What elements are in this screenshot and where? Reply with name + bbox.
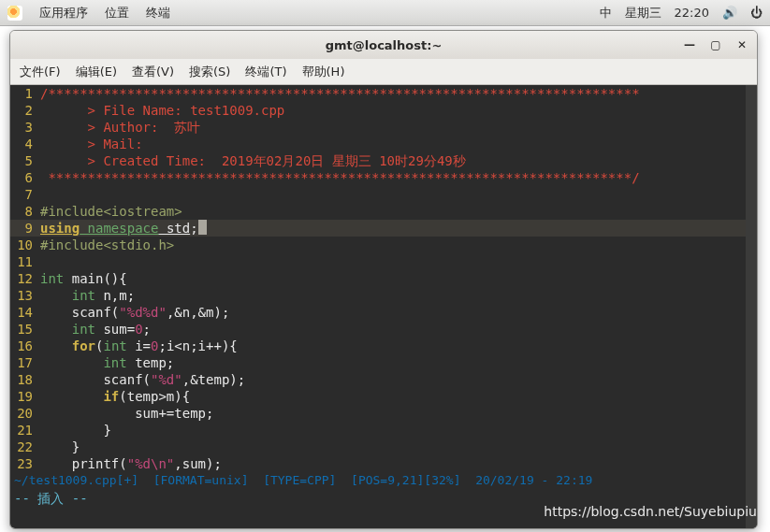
- scrollbar[interactable]: [746, 85, 757, 528]
- terminal-window: gmt@localhost:~ — ▢ ✕ 文件(F) 编辑(E) 查看(V) …: [9, 30, 758, 529]
- close-button[interactable]: ✕: [733, 36, 751, 54]
- panel-terminal[interactable]: 终端: [146, 5, 170, 22]
- minimize-button[interactable]: —: [680, 36, 699, 54]
- terminal-menubar: 文件(F) 编辑(E) 查看(V) 搜索(S) 终端(T) 帮助(H): [10, 59, 757, 85]
- activities-icon[interactable]: [7, 6, 22, 21]
- text-cursor: [198, 220, 207, 235]
- menu-file[interactable]: 文件(F): [20, 64, 61, 80]
- menu-terminal[interactable]: 终端(T): [245, 64, 286, 80]
- clock-day: 星期三: [625, 5, 661, 22]
- vim-editor-area[interactable]: 1/**************************************…: [10, 85, 757, 528]
- power-icon[interactable]: ⏻: [750, 6, 763, 20]
- menu-search[interactable]: 搜索(S): [189, 64, 230, 80]
- vim-statusline: ~/test1009.cpp[+] [FORMAT=unix] [TYPE=CP…: [10, 472, 757, 489]
- panel-places[interactable]: 位置: [105, 5, 129, 22]
- volume-icon[interactable]: 🔊: [722, 6, 737, 20]
- maximize-button[interactable]: ▢: [706, 36, 725, 54]
- gnome-top-panel: 应用程序 位置 终端 中 星期三 22:20 🔊 ⏻: [0, 0, 770, 26]
- panel-applications[interactable]: 应用程序: [39, 5, 88, 22]
- window-titlebar[interactable]: gmt@localhost:~ — ▢ ✕: [10, 31, 757, 59]
- clock-time: 22:20: [675, 6, 709, 20]
- menu-help[interactable]: 帮助(H): [302, 64, 345, 80]
- window-title: gmt@localhost:~: [326, 38, 443, 52]
- menu-edit[interactable]: 编辑(E): [76, 64, 117, 80]
- input-method-indicator[interactable]: 中: [600, 5, 612, 22]
- menu-view[interactable]: 查看(V): [132, 64, 174, 80]
- watermark-text: https://blog.csdn.net/Suyebiupiu: [544, 504, 757, 519]
